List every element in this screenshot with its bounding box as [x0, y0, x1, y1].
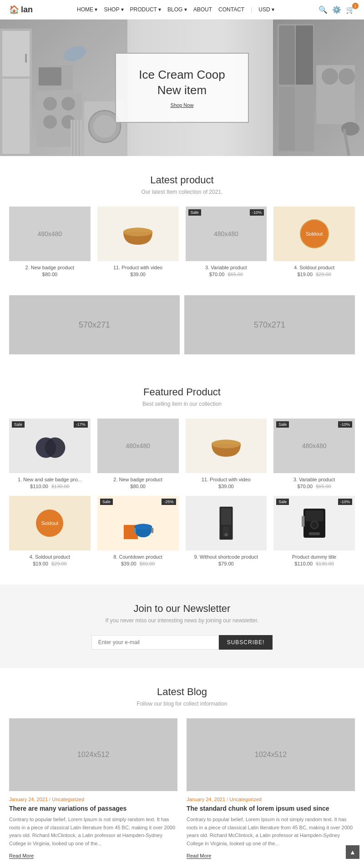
nav-contact[interactable]: CONTACT	[218, 6, 244, 13]
product-card-2[interactable]: 11. Product with video $39.00	[97, 207, 179, 277]
percent-badge-3: -10%	[250, 209, 264, 216]
featured-name-8: Product dummy title	[273, 554, 355, 560]
featured-card-5[interactable]: Soldout 4. Soldout product $19.00 $29.00	[9, 496, 91, 566]
product-thumb-2	[97, 207, 179, 261]
nav-about[interactable]: ABOUT	[193, 6, 212, 13]
featured-price-8: $110.00 $130.00	[273, 561, 355, 566]
featured-thumb-1: Sale -17%	[9, 419, 91, 473]
svg-point-8	[61, 97, 75, 111]
bowl-svg	[120, 216, 156, 252]
product-name-3: 3. Variable product	[186, 265, 267, 270]
svg-point-11	[62, 43, 88, 64]
read-more-1[interactable]: Read More	[9, 853, 34, 859]
featured-price-5: $19.00 $29.00	[9, 561, 91, 566]
hero-appliances-left	[0, 20, 127, 156]
featured-subtitle: Best selling item in our collection	[9, 401, 355, 407]
left-appliances-svg	[0, 20, 127, 156]
featured-name-5: 4. Soldout product	[9, 554, 91, 560]
product-thumb-3: Sale -10% 480x480	[186, 207, 267, 261]
nav-currency[interactable]: USD ▾	[258, 6, 274, 13]
svg-point-25	[339, 68, 355, 85]
percent-badge-f6: -25%	[162, 499, 176, 505]
svg-point-40	[134, 524, 152, 530]
featured-card-8[interactable]: Sale -10% Product dummy title $110.00 $1…	[273, 496, 355, 566]
featured-thumb-7	[186, 496, 267, 550]
read-more-2[interactable]: Read More	[187, 853, 211, 859]
product-price-2: $39.00	[97, 272, 179, 277]
circles-svg	[31, 432, 68, 459]
blog-date-2: January 24, 2021 / Uncategorized	[187, 797, 355, 802]
featured-title: Featured Product	[9, 386, 355, 398]
product-card-4[interactable]: Soldout 4. Soldout product $19.00 $29.00	[273, 207, 355, 277]
featured-card-6[interactable]: Sale -25% 8. Countdown product $39.00 $6…	[97, 496, 179, 566]
product-name-2: 11. Product with video	[97, 265, 179, 270]
featured-name-1: 1. New and sale badge pro...	[9, 477, 91, 482]
featured-card-3[interactable]: 11. Product with video $39.00	[186, 419, 267, 489]
featured-price-1: $110.00 $130.00	[9, 484, 91, 489]
header-icons: 🔍 ⚙️ 🛒 1	[318, 5, 355, 14]
product-name-1: 2. New badge product	[9, 265, 91, 270]
featured-thumb-8: Sale -10%	[273, 496, 355, 550]
featured-name-3: 11. Product with video	[186, 477, 267, 482]
featured-name-6: 8. Countdown product	[97, 554, 179, 560]
latest-product-subtitle: Our latest Item collection of 2021.	[9, 189, 355, 195]
blog-grid: 1024x512 January 24, 2021 / Uncategorize…	[9, 718, 355, 859]
featured-name-4: 3. Variable product	[273, 477, 355, 482]
featured-price-3: $39.00	[186, 484, 267, 489]
featured-name-2: 2. New badge product	[97, 477, 179, 482]
svg-rect-48	[305, 510, 324, 521]
nav-home[interactable]: HOME ▾	[77, 6, 97, 13]
featured-thumb-4: Sale -10% 480x480	[273, 419, 355, 473]
back-to-top-button[interactable]: ▲	[346, 845, 359, 859]
featured-thumb-2: 480x480	[97, 419, 179, 473]
svg-rect-52	[302, 516, 304, 527]
settings-icon[interactable]: ⚙️	[332, 5, 341, 14]
featured-card-4[interactable]: Sale -10% 480x480 3. Variable product $7…	[273, 419, 355, 489]
search-icon[interactable]: 🔍	[318, 5, 328, 14]
logo-icon: 🏠	[9, 5, 19, 15]
featured-card-2[interactable]: 480x480 2. New badge product $80.00	[97, 419, 179, 489]
blog-post-1: 1024x512 January 24, 2021 / Uncategorize…	[9, 718, 177, 859]
nav-blog[interactable]: BLOG ▾	[167, 6, 187, 13]
old-price-3: $65.00	[228, 272, 243, 277]
nav-product[interactable]: PRODUCT ▾	[130, 6, 161, 13]
nav-divider: |	[251, 6, 252, 13]
svg-rect-1	[2, 31, 30, 76]
blog-post-title-2: The standard chunk of lorem ipsum used s…	[187, 805, 355, 812]
newsletter-form: SUBSCRIBE!	[9, 635, 355, 650]
product-price-4: $19.00 $29.00	[273, 272, 355, 277]
main-nav: HOME ▾ SHOP ▾ PRODUCT ▾ BLOG ▾ ABOUT CON…	[77, 6, 274, 13]
newsletter-email-input[interactable]	[91, 635, 219, 650]
cart-icon-wrapper[interactable]: 🛒 1	[346, 5, 355, 14]
sale-badge-f4: Sale	[276, 421, 289, 428]
featured-old-1: $130.00	[51, 484, 70, 489]
featured-card-7[interactable]: 9. Without shortcode product $79.00	[186, 496, 267, 566]
product-card-3[interactable]: Sale -10% 480x480 3. Variable product $7…	[186, 207, 267, 277]
logo[interactable]: 🏠 lan	[9, 5, 33, 15]
blog-post-2: 1024x512 January 24, 2021 / Uncategorize…	[187, 718, 355, 859]
product-card-1[interactable]: 480x480 2. New badge product $80.00	[9, 207, 91, 277]
newsletter-subscribe-button[interactable]: SUBSCRIBE!	[219, 635, 273, 650]
banner-2[interactable]: 570x271	[184, 295, 355, 354]
product-price-1: $80.00	[9, 272, 91, 277]
nav-shop[interactable]: SHOP ▾	[104, 6, 123, 13]
featured-price-7: $79.00	[186, 561, 267, 566]
svg-rect-44	[221, 508, 231, 525]
svg-point-7	[43, 97, 57, 111]
svg-rect-41	[134, 528, 136, 533]
hero-cta[interactable]: Shop Now	[171, 102, 194, 108]
blog-subtitle: Follow our blog for collect information	[9, 701, 355, 707]
svg-point-33	[45, 438, 66, 458]
percent-badge-f1: -17%	[74, 421, 88, 428]
soldout-badge-f5: Soldout	[36, 510, 63, 537]
product-thumb-1: 480x480	[9, 207, 91, 261]
featured-card-1[interactable]: Sale -17% 1. New and sale badge pro... $…	[9, 419, 91, 489]
logo-text: lan	[21, 5, 33, 15]
featured-old-6: $60.00	[140, 561, 155, 566]
featured-price-4: $70.00 $65.00	[273, 484, 355, 489]
banner-1[interactable]: 570x271	[9, 295, 180, 354]
blog-thumb-2: 1024x512	[187, 718, 355, 791]
svg-point-46	[224, 533, 228, 536]
svg-point-14	[93, 115, 116, 138]
right-appliances-svg	[273, 20, 364, 156]
